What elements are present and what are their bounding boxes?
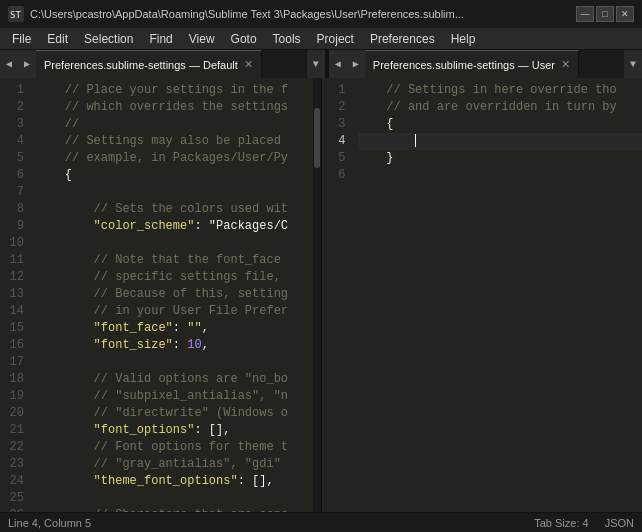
code-line: // Settings may also be placed: [36, 133, 313, 150]
left-pane-overflow[interactable]: ▼: [307, 50, 325, 78]
right-pane-overflow[interactable]: ▼: [624, 50, 642, 78]
status-left: Line 4, Column 5: [8, 517, 91, 529]
tab-size[interactable]: Tab Size: 4: [534, 517, 588, 529]
line-number: 13: [4, 286, 24, 303]
code-line: {: [358, 116, 643, 133]
tab-area: ◀ ▶ Preferences.sublime-settings — Defau…: [0, 50, 642, 78]
menu-item-find[interactable]: Find: [141, 28, 180, 50]
code-line: [36, 184, 313, 201]
left-scrollbar[interactable]: [313, 78, 321, 512]
menu-item-tools[interactable]: Tools: [265, 28, 309, 50]
right-tab-preferences-user[interactable]: Preferences.sublime-settings — User ✕: [365, 50, 579, 78]
line-number: 4: [4, 133, 24, 150]
menu-item-view[interactable]: View: [181, 28, 223, 50]
code-line: // "subpixel_antialias", "n: [36, 388, 313, 405]
code-line: // Valid options are "no_bo: [36, 371, 313, 388]
maximize-button[interactable]: □: [596, 6, 614, 22]
code-line: // which overrides the settings: [36, 99, 313, 116]
close-button[interactable]: ✕: [616, 6, 634, 22]
window-controls: — □ ✕: [576, 6, 634, 22]
line-number: 22: [4, 439, 24, 456]
menu-item-edit[interactable]: Edit: [39, 28, 76, 50]
right-tab-label: Preferences.sublime-settings — User: [373, 59, 555, 71]
right-tab-spacer: [579, 50, 624, 78]
menu-item-file[interactable]: File: [4, 28, 39, 50]
line-number: 12: [4, 269, 24, 286]
code-line: [358, 167, 643, 184]
code-line: // Sets the colors used wit: [36, 201, 313, 218]
left-tab-label: Preferences.sublime-settings — Default: [44, 59, 238, 71]
line-number: 7: [4, 184, 24, 201]
status-right: Tab Size: 4 JSON: [534, 517, 634, 529]
line-number: 24: [4, 473, 24, 490]
right-editor-pane[interactable]: 123456 // Settings in here override tho …: [322, 78, 643, 512]
line-number: 6: [4, 167, 24, 184]
cursor: [415, 134, 416, 147]
menu-item-selection[interactable]: Selection: [76, 28, 141, 50]
window-title: C:\Users\pcastro\AppData\Roaming\Sublime…: [30, 8, 568, 20]
line-number: 21: [4, 422, 24, 439]
menubar: FileEditSelectionFindViewGotoToolsProjec…: [0, 28, 642, 50]
menu-item-goto[interactable]: Goto: [223, 28, 265, 50]
line-number: 16: [4, 337, 24, 354]
left-tab-close[interactable]: ✕: [244, 58, 253, 71]
syntax-mode[interactable]: JSON: [605, 517, 634, 529]
right-line-numbers: 123456: [322, 78, 354, 512]
code-line: "font_size": 10,: [36, 337, 313, 354]
line-number: 23: [4, 456, 24, 473]
line-number: 11: [4, 252, 24, 269]
code-line: // "directwrite" (Windows o: [36, 405, 313, 422]
line-number: 14: [4, 303, 24, 320]
code-line: [36, 354, 313, 371]
line-number: 19: [4, 388, 24, 405]
code-line: // "gray_antialias", "gdi": [36, 456, 313, 473]
line-number: 26: [4, 507, 24, 512]
code-line: }: [358, 150, 643, 167]
code-line: // Place your settings in the f: [36, 82, 313, 99]
right-pane-nav-right[interactable]: ▶: [347, 50, 365, 78]
line-number: 6: [326, 167, 346, 184]
left-editor-pane[interactable]: 1234567891011121314151617181920212223242…: [0, 78, 321, 512]
menu-item-project[interactable]: Project: [309, 28, 362, 50]
titlebar: ST C:\Users\pcastro\AppData\Roaming\Subl…: [0, 0, 642, 28]
line-number: 5: [4, 150, 24, 167]
right-tab-close[interactable]: ✕: [561, 58, 570, 71]
code-line: "color_scheme": "Packages/C: [36, 218, 313, 235]
menu-item-help[interactable]: Help: [443, 28, 484, 50]
left-pane-nav-left[interactable]: ◀: [0, 50, 18, 78]
left-tab-preferences-default[interactable]: Preferences.sublime-settings — Default ✕: [36, 50, 262, 78]
line-number: 5: [326, 150, 346, 167]
code-line: //: [36, 116, 313, 133]
code-line: [358, 133, 643, 150]
line-number: 1: [4, 82, 24, 99]
line-number: 20: [4, 405, 24, 422]
minimize-button[interactable]: —: [576, 6, 594, 22]
line-number: 9: [4, 218, 24, 235]
line-number: 4: [326, 133, 346, 150]
line-number: 15: [4, 320, 24, 337]
line-number: 3: [4, 116, 24, 133]
code-line: // example, in Packages/User/Py: [36, 150, 313, 167]
code-line: // Font options for theme t: [36, 439, 313, 456]
left-code-content[interactable]: // Place your settings in the f // which…: [32, 78, 313, 512]
cursor-position: Line 4, Column 5: [8, 517, 91, 529]
right-pane-nav-left[interactable]: ◀: [329, 50, 347, 78]
code-line: // Note that the font_face: [36, 252, 313, 269]
line-number: 3: [326, 116, 346, 133]
line-number: 2: [326, 99, 346, 116]
menu-item-preferences[interactable]: Preferences: [362, 28, 443, 50]
code-line: "theme_font_options": [],: [36, 473, 313, 490]
code-line: "font_options": [],: [36, 422, 313, 439]
line-number: 10: [4, 235, 24, 252]
code-line: "font_face": "",: [36, 320, 313, 337]
line-number: 1: [326, 82, 346, 99]
code-line: // Because of this, setting: [36, 286, 313, 303]
app-icon: ST: [8, 6, 24, 22]
line-number: 18: [4, 371, 24, 388]
right-code-content[interactable]: // Settings in here override tho // and …: [354, 78, 643, 512]
line-number: 8: [4, 201, 24, 218]
left-scrollbar-thumb[interactable]: [314, 108, 320, 168]
code-line: {: [36, 167, 313, 184]
left-pane-nav-right[interactable]: ▶: [18, 50, 36, 78]
line-number: 25: [4, 490, 24, 507]
